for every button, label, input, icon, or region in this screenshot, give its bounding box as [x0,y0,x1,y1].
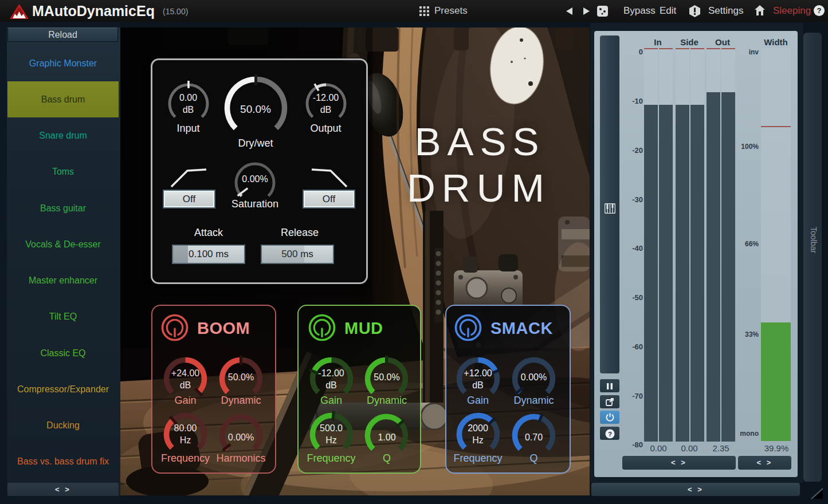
svg-text:?: ? [817,6,822,15]
svg-text:?: ? [607,430,611,437]
